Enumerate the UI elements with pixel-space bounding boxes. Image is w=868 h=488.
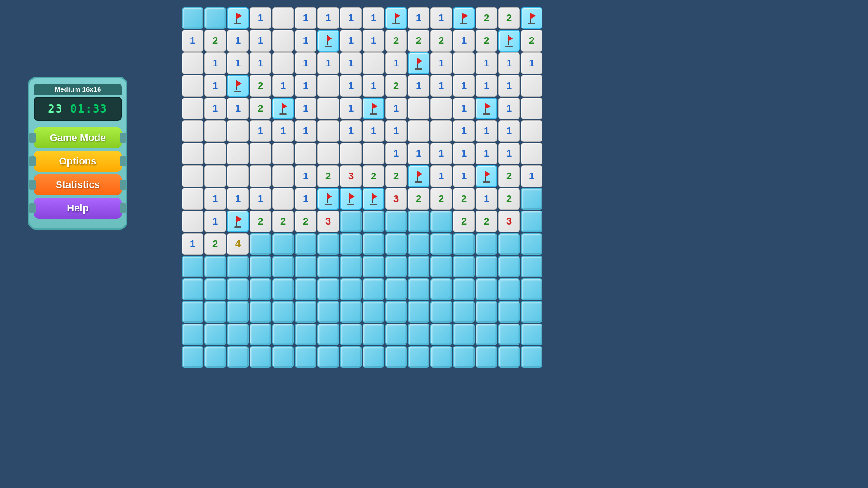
cell[interactable]: 1 [498,52,520,74]
cell[interactable]: 1 [340,52,362,74]
cell[interactable]: 1 [250,7,271,29]
cell[interactable] [521,324,542,345]
cell[interactable] [363,346,384,368]
cell[interactable] [272,324,294,345]
cell[interactable] [408,233,429,255]
cell[interactable] [521,211,542,232]
cell[interactable]: 1 [250,188,271,210]
cell[interactable] [250,346,271,368]
cell[interactable] [182,324,203,345]
cell[interactable] [453,346,475,368]
cell[interactable] [182,188,203,210]
cell[interactable] [227,75,249,97]
cell[interactable]: 1 [340,98,362,119]
cell[interactable]: 1 [430,7,452,29]
cell[interactable] [385,301,407,323]
cell[interactable]: 1 [363,7,384,29]
cell[interactable] [340,346,362,368]
cell[interactable]: 1 [340,75,362,97]
cell[interactable] [521,75,542,97]
cell[interactable]: 1 [476,52,497,74]
cell[interactable] [182,256,203,277]
cell[interactable] [272,188,294,210]
cell[interactable] [340,324,362,345]
cell[interactable] [385,256,407,277]
cell[interactable]: 1 [340,7,362,29]
help-button[interactable]: Help [34,198,122,219]
cell[interactable]: 2 [295,211,316,232]
cell[interactable] [182,165,203,187]
cell[interactable]: 1 [498,98,520,119]
cell[interactable]: 2 [476,30,497,52]
cell[interactable] [227,346,249,368]
cell[interactable]: 2 [476,211,497,232]
cell[interactable] [408,346,429,368]
cell[interactable] [182,75,203,97]
cell[interactable] [430,233,452,255]
cell[interactable]: 1 [250,52,271,74]
cell[interactable] [272,98,294,119]
cell[interactable] [408,98,429,119]
cell[interactable] [295,346,316,368]
cell[interactable]: 2 [498,165,520,187]
cell[interactable] [476,278,497,300]
cell[interactable] [430,256,452,277]
cell[interactable] [227,143,249,164]
cell[interactable] [476,98,497,119]
cell[interactable]: 1 [476,75,497,97]
cell[interactable] [182,7,203,29]
cell[interactable] [453,324,475,345]
cell[interactable]: 1 [476,143,497,164]
cell[interactable] [182,346,203,368]
cell[interactable] [182,52,203,74]
cell[interactable]: 2 [204,30,226,52]
cell[interactable]: 2 [272,211,294,232]
cell[interactable] [340,143,362,164]
cell[interactable]: 1 [204,211,226,232]
cell[interactable] [272,30,294,52]
cell[interactable] [317,256,339,277]
cell[interactable] [363,324,384,345]
cell[interactable]: 1 [385,143,407,164]
cell[interactable]: 1 [182,233,203,255]
cell[interactable] [453,7,475,29]
cell[interactable]: 1 [453,143,475,164]
cell[interactable]: 1 [204,75,226,97]
cell[interactable]: 2 [498,7,520,29]
cell[interactable] [430,301,452,323]
options-button[interactable]: Options [34,151,122,172]
cell[interactable]: 1 [250,30,271,52]
cell[interactable] [476,346,497,368]
cell[interactable]: 1 [476,188,497,210]
cell[interactable] [295,324,316,345]
cell[interactable] [476,165,497,187]
cell[interactable] [204,120,226,142]
cell[interactable] [204,278,226,300]
cell[interactable] [250,233,271,255]
cell[interactable]: 3 [498,211,520,232]
cell[interactable] [498,301,520,323]
cell[interactable]: 2 [250,98,271,119]
cell[interactable] [295,278,316,300]
cell[interactable]: 1 [430,143,452,164]
cell[interactable] [317,324,339,345]
cell[interactable] [204,346,226,368]
cell[interactable] [317,75,339,97]
cell[interactable] [317,301,339,323]
cell[interactable] [521,188,542,210]
cell[interactable]: 2 [385,30,407,52]
cell[interactable]: 1 [295,165,316,187]
cell[interactable]: 2 [363,165,384,187]
cell[interactable] [250,256,271,277]
cell[interactable] [227,120,249,142]
cell[interactable] [498,278,520,300]
cell[interactable]: 1 [385,98,407,119]
cell[interactable]: 2 [385,165,407,187]
cell[interactable] [227,301,249,323]
cell[interactable] [385,278,407,300]
cell[interactable] [363,233,384,255]
cell[interactable] [204,143,226,164]
cell[interactable]: 3 [340,165,362,187]
cell[interactable] [453,52,475,74]
cell[interactable] [498,324,520,345]
